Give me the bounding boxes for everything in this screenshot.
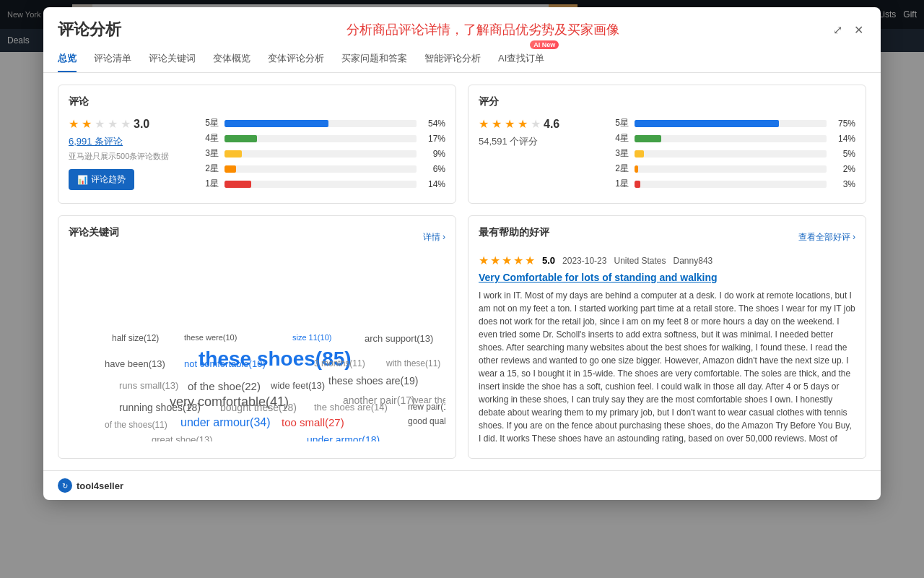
rstar-5: ★ [531, 117, 541, 131]
bar-track [635, 181, 827, 188]
expand-button[interactable]: ⤢ [830, 20, 845, 40]
detail-link[interactable]: 详情 › [423, 231, 445, 243]
tab-buyer-qa[interactable]: 买家问题和答案 [341, 46, 407, 72]
star-2: ★ [82, 117, 92, 131]
bar-label: 4星 [609, 132, 629, 144]
review-left: ★ ★ ★ ★ ★ 3.0 6,991 条评论 亚马逊只展示500条评论数据 📊… [69, 117, 184, 190]
bar-row: 3星 9% [199, 147, 445, 160]
ai-badge: AI New [530, 40, 559, 49]
trend-button[interactable]: 📊 评论趋势 [69, 169, 134, 190]
bar-fill [225, 181, 251, 188]
reviews-panel: 评论 ★ ★ ★ ★ ★ 3.0 6,991 条评论 亚马逊只展示500条评论数… [58, 85, 456, 204]
review-stars-row: ★ ★ ★ ★ ★ 3.0 [69, 117, 184, 131]
best-review-header: 最有帮助的好评 查看全部好评 › [479, 226, 855, 248]
logo-text: tool4seller [77, 480, 123, 491]
review-title[interactable]: Very Comfortable for lots of standing an… [479, 272, 855, 283]
word-cloud-word[interactable]: of the shoe(22) [188, 380, 261, 392]
modal-actions: ⤢ ✕ [830, 20, 866, 40]
bar-row: 2星 2% [609, 163, 855, 175]
word-cloud-word[interactable]: with these(11) [386, 358, 440, 368]
word-cloud-word[interactable]: half size(12) [112, 333, 159, 343]
bar-fill [225, 120, 328, 127]
word-cloud-header: 评论关键词 详情 › [69, 226, 445, 248]
bar-row: 4星 14% [609, 132, 855, 144]
word-cloud-word[interactable]: of the shoes(11) [105, 420, 167, 430]
word-cloud-word[interactable]: arch support(13) [365, 333, 433, 344]
bar-row: 1星 14% [199, 178, 445, 190]
word-cloud-word[interactable]: great shoe(13) [152, 434, 213, 441]
best-review-title: 最有帮助的好评 [479, 226, 549, 239]
review-count-link[interactable]: 6,991 条评论 [69, 135, 184, 148]
word-cloud-word[interactable]: not comfortable(10) [184, 358, 266, 369]
review-meta: ★ ★ ★ ★ ★ 5.0 2023-10-23 United States D… [479, 254, 855, 267]
star-5: ★ [121, 117, 131, 131]
modal-subtitle: 分析商品评论详情，了解商品优劣势及买家画像 [136, 21, 830, 38]
bar-label: 2星 [609, 163, 629, 175]
rating-panel-title: 评分 [479, 95, 855, 108]
word-cloud-word[interactable]: these were(10) [184, 333, 237, 342]
word-cloud-word[interactable]: size 11(10) [292, 333, 331, 342]
tab-keywords[interactable]: 评论关键词 [149, 46, 196, 72]
word-cloud-panel: 评论关键词 详情 › these shoes(85)very comfortab… [58, 215, 456, 459]
modal-tabs: 总览 评论清单 评论关键词 变体概览 变体评论分析 买家问题和答案 智能评论分析… [43, 40, 881, 73]
word-cloud-word[interactable]: running shoes(18) [119, 402, 201, 413]
word-cloud-word[interactable]: under armor(18) [307, 434, 380, 441]
word-cloud-word[interactable]: under armour(34) [180, 416, 271, 429]
rstar-3: ★ [505, 117, 515, 131]
bar-pct: 3% [832, 179, 855, 189]
bar-pct: 17% [422, 134, 445, 144]
word-cloud-word[interactable]: runs small(13) [119, 380, 178, 391]
rating-overview: ★ ★ ★ ★ ★ 4.6 54,591 个评分 5星 75% 4星 [479, 117, 855, 193]
bar-track [225, 135, 417, 142]
word-cloud-word[interactable]: too small(27) [282, 416, 344, 428]
best-review-panel: 最有帮助的好评 查看全部好评 › ★ ★ ★ ★ ★ 5.0 2023-10-2… [468, 215, 866, 459]
bar-fill [635, 181, 640, 188]
bar-fill [635, 165, 638, 173]
review-bars: 5星 54% 4星 17% 3星 9% 2星 6% 1星 [199, 117, 445, 193]
review-rating: 3.0 [134, 118, 149, 131]
tab-variant-analysis[interactable]: 变体评论分析 [268, 46, 324, 72]
bar-pct: 2% [832, 164, 855, 174]
tab-ai-order[interactable]: AI查找订单 AI New [498, 46, 544, 72]
word-cloud-word[interactable]: wide feet(13) [271, 380, 325, 391]
bar-label: 3星 [609, 147, 629, 160]
close-button[interactable]: ✕ [851, 20, 866, 40]
bar-pct: 54% [422, 118, 445, 129]
rating-count: 54,591 个评分 [479, 135, 594, 148]
modal-footer: ↻ tool4seller [43, 470, 881, 500]
word-cloud: these shoes(85)very comfortable(41)under… [69, 254, 445, 441]
star-1: ★ [69, 117, 79, 131]
bar-track [225, 165, 417, 173]
bar-label: 2星 [199, 163, 219, 175]
review-country: United States [614, 256, 666, 266]
bar-track [635, 120, 827, 127]
rstar-2: ★ [492, 117, 502, 131]
bar-track [225, 150, 417, 158]
bar-label: 1星 [199, 178, 219, 190]
tab-variants[interactable]: 变体概览 [213, 46, 250, 72]
review-stars-5: ★ ★ ★ ★ ★ [479, 254, 535, 267]
bar-row: 2星 6% [199, 163, 445, 175]
bar-row: 3星 5% [609, 147, 855, 160]
tab-ai-review[interactable]: 智能评论分析 [424, 46, 481, 72]
bar-fill [635, 120, 779, 127]
rating-stars-row: ★ ★ ★ ★ ★ 4.6 [479, 117, 594, 131]
bar-pct: 6% [422, 164, 445, 174]
word-cloud-word[interactable]: bought these(18) [220, 402, 297, 413]
see-all-link[interactable]: 查看全部好评 › [798, 231, 855, 243]
tab-overview[interactable]: 总览 [58, 46, 77, 72]
tab-list[interactable]: 评论清单 [94, 46, 131, 72]
chart-icon: 📊 [77, 175, 88, 185]
modal-body: 评论 ★ ★ ★ ★ ★ 3.0 6,991 条评论 亚马逊只展示500条评论数… [43, 73, 881, 470]
word-cloud-word[interactable]: the shoes are(14) [314, 402, 388, 413]
bar-label: 4星 [199, 132, 219, 144]
bar-row: 4星 17% [199, 132, 445, 144]
reviews-panel-title: 评论 [69, 95, 445, 108]
word-cloud-word[interactable]: new pair(10) [408, 402, 445, 412]
word-cloud-word[interactable]: have been(13) [105, 358, 165, 369]
word-cloud-word[interactable]: good quality(11) [408, 416, 445, 426]
footer-logo: ↻ tool4seller [58, 478, 123, 493]
review-date: 2023-10-23 [562, 256, 606, 266]
word-cloud-word[interactable]: these shoes are(19) [328, 375, 419, 387]
word-cloud-word[interactable]: 3 months(11) [314, 358, 365, 368]
